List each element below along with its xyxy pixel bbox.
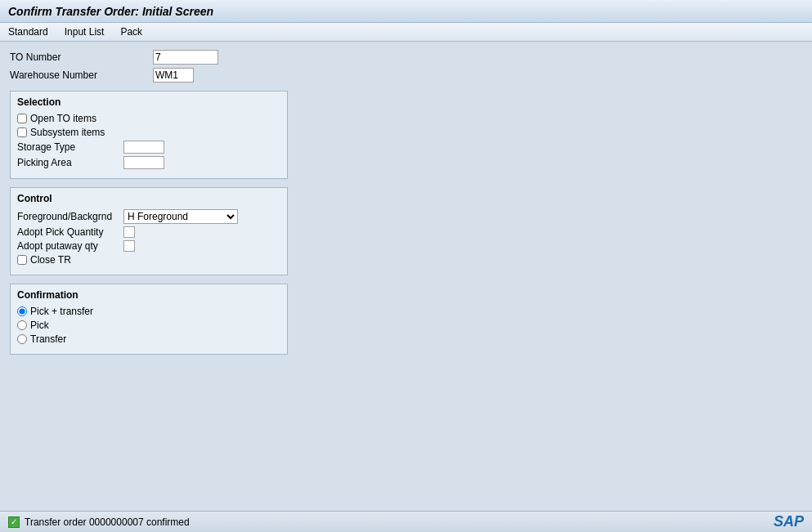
title-bar: Confirm Transfer Order: Initial Screen: [0, 0, 812, 23]
status-bar: ✓ Transfer order 0000000007 confirmed SA…: [0, 511, 812, 532]
open-to-items-label: Open TO items: [30, 113, 96, 124]
pick-row: Pick: [17, 320, 280, 331]
status-bar-left: ✓ Transfer order 0000000007 confirmed: [8, 516, 190, 528]
fg-bg-dropdown[interactable]: H Foreground Background: [123, 209, 238, 224]
adopt-pick-qty-input[interactable]: [123, 226, 135, 238]
adopt-pick-qty-label: Adopt Pick Quantity: [17, 226, 123, 238]
status-check-icon: ✓: [8, 516, 20, 528]
warehouse-number-row: Warehouse Number: [10, 68, 802, 83]
storage-type-row: Storage Type: [17, 141, 280, 154]
transfer-radio[interactable]: [17, 334, 27, 344]
transfer-row: Transfer: [17, 333, 280, 345]
to-number-label: TO Number: [10, 51, 153, 63]
subsystem-items-row: Subsystem items: [17, 127, 280, 138]
sap-logo: SAP: [774, 513, 804, 530]
close-tr-label: Close TR: [30, 254, 71, 266]
menu-pack[interactable]: Pack: [119, 25, 144, 38]
menu-standard[interactable]: Standard: [7, 25, 50, 38]
menu-bar: Standard Input List Pack: [0, 23, 812, 42]
fg-bg-row: Foreground/Backgrnd H Foreground Backgro…: [17, 209, 280, 224]
menu-input-list[interactable]: Input List: [63, 25, 106, 38]
confirmation-section: Confirmation Pick + transfer Pick Transf…: [10, 284, 288, 355]
adopt-putaway-qty-row: Adopt putaway qty: [17, 240, 280, 252]
adopt-putaway-qty-label: Adopt putaway qty: [17, 240, 123, 252]
transfer-label: Transfer: [30, 333, 66, 345]
open-to-items-row: Open TO items: [17, 113, 280, 124]
control-section: Control Foreground/Backgrnd H Foreground…: [10, 187, 288, 275]
close-tr-checkbox[interactable]: [17, 255, 27, 265]
adopt-pick-qty-row: Adopt Pick Quantity: [17, 226, 280, 238]
control-title: Control: [17, 193, 280, 204]
subsystem-items-checkbox[interactable]: [17, 127, 27, 137]
page-title: Confirm Transfer Order: Initial Screen: [8, 5, 804, 18]
picking-area-row: Picking Area: [17, 156, 280, 169]
picking-area-label: Picking Area: [17, 157, 123, 168]
to-number-row: TO Number: [10, 50, 802, 65]
status-text: Transfer order 0000000007 confirmed: [25, 516, 190, 528]
picking-area-input[interactable]: [123, 156, 164, 169]
adopt-putaway-qty-input[interactable]: [123, 240, 135, 252]
storage-type-label: Storage Type: [17, 141, 123, 153]
to-number-input[interactable]: [153, 50, 218, 65]
warehouse-number-label: Warehouse Number: [10, 69, 153, 81]
storage-type-input[interactable]: [123, 141, 164, 154]
pick-label: Pick: [30, 320, 49, 331]
subsystem-items-label: Subsystem items: [30, 127, 105, 138]
fg-bg-label: Foreground/Backgrnd: [17, 211, 123, 222]
pick-radio[interactable]: [17, 320, 27, 330]
main-content: TO Number Warehouse Number Selection Ope…: [0, 42, 812, 363]
pick-transfer-row: Pick + transfer: [17, 306, 280, 317]
warehouse-number-input[interactable]: [153, 68, 194, 83]
confirmation-title: Confirmation: [17, 289, 280, 301]
close-tr-row: Close TR: [17, 254, 280, 266]
selection-title: Selection: [17, 96, 280, 108]
open-to-items-checkbox[interactable]: [17, 114, 27, 123]
pick-transfer-label: Pick + transfer: [30, 306, 93, 317]
pick-transfer-radio[interactable]: [17, 306, 27, 316]
selection-section: Selection Open TO items Subsystem items …: [10, 91, 288, 179]
